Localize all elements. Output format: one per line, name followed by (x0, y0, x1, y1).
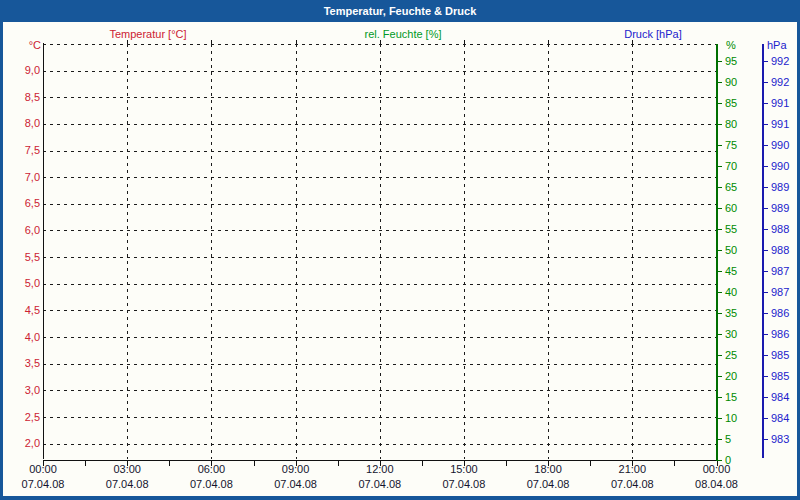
pressure-tick (763, 229, 768, 230)
x-top-tick (548, 40, 549, 44)
humidity-axis-label: 0 (725, 454, 731, 467)
x-time-label: 15:00 (434, 463, 494, 476)
temperature-axis-label: 5,5 (3, 251, 40, 264)
temperature-axis-label: 2,0 (3, 437, 40, 450)
left-axis-line (43, 43, 44, 460)
pressure-tick (763, 397, 768, 398)
window-title: Temperatur, Feuchte & Druck (324, 5, 477, 17)
pressure-axis-label: 991 (771, 97, 789, 110)
x-axis-tick (169, 461, 170, 466)
pressure-axis-label: 992 (771, 55, 789, 68)
temperature-axis-label: 6,5 (3, 197, 40, 210)
legend-humidity: rel. Feuchte [%] (318, 28, 488, 40)
pressure-tick (763, 271, 768, 272)
humidity-tick (717, 229, 722, 230)
x-date-label: 07.04.08 (13, 478, 73, 491)
humidity-axis-label: 50 (725, 244, 737, 257)
pressure-tick (763, 61, 768, 62)
pressure-unit-label: hPa (767, 39, 787, 51)
pressure-axis-label: 991 (771, 118, 789, 131)
humidity-axis-label: 45 (725, 265, 737, 278)
humidity-tick (717, 250, 722, 251)
humidity-tick (717, 334, 722, 335)
humidity-axis-label: 80 (725, 118, 737, 131)
humidity-axis-label: 20 (725, 370, 737, 383)
pressure-tick (763, 145, 768, 146)
pressure-tick (763, 292, 768, 293)
x-axis-tick (85, 461, 86, 466)
humidity-tick (717, 187, 722, 188)
temperature-axis-label: 6,0 (3, 224, 40, 237)
pressure-tick (763, 82, 768, 83)
humidity-tick (717, 166, 722, 167)
humidity-axis-line (716, 44, 718, 461)
x-axis-tick (506, 461, 507, 466)
x-axis-tick (674, 461, 675, 466)
humidity-axis-label: 10 (725, 412, 737, 425)
temperature-axis-label: 7,5 (3, 144, 40, 157)
x-top-tick (296, 40, 297, 44)
temperature-axis-label: 8,0 (3, 117, 40, 130)
humidity-tick (717, 103, 722, 104)
humidity-axis-label: 30 (725, 328, 737, 341)
legend-temperature: Temperatur [°C] (63, 28, 233, 40)
pressure-axis-label: 983 (771, 433, 789, 446)
v-gridline (296, 44, 297, 460)
pressure-axis-label: 988 (771, 223, 789, 236)
pressure-tick (763, 439, 768, 440)
temperature-axis-label: 5,0 (3, 277, 40, 290)
humidity-axis-label: 15 (725, 391, 737, 404)
x-top-tick (211, 40, 212, 44)
humidity-tick (717, 124, 722, 125)
humidity-tick (717, 82, 722, 83)
humidity-tick (717, 376, 722, 377)
x-axis-tick (254, 461, 255, 466)
x-time-label: 06:00 (181, 463, 241, 476)
humidity-tick (717, 418, 722, 419)
x-date-label: 07.04.08 (181, 478, 241, 491)
x-time-label: 21:00 (602, 463, 662, 476)
temperature-axis-label: 3,5 (3, 357, 40, 370)
humidity-tick (717, 397, 722, 398)
x-time-label: 00:00 (687, 463, 747, 476)
pressure-axis-label: 986 (771, 307, 789, 320)
pressure-tick (763, 334, 768, 335)
humidity-axis-label: 35 (725, 307, 737, 320)
pressure-tick (763, 376, 768, 377)
v-gridline (127, 44, 128, 460)
pressure-axis-label: 984 (771, 412, 789, 425)
humidity-tick (717, 292, 722, 293)
pressure-axis-label: 987 (771, 286, 789, 299)
x-time-label: 03:00 (97, 463, 157, 476)
pressure-tick (763, 418, 768, 419)
humidity-tick (717, 145, 722, 146)
humidity-axis-label: 25 (725, 349, 737, 362)
humidity-axis-label: 75 (725, 139, 737, 152)
x-top-tick (380, 40, 381, 44)
legend-pressure: Druck [hPa] (568, 28, 738, 40)
x-date-label: 07.04.08 (97, 478, 157, 491)
temperature-axis-label: 2,5 (3, 411, 40, 424)
pressure-axis-label: 986 (771, 328, 789, 341)
x-date-label: 07.04.08 (266, 478, 326, 491)
v-gridline (548, 44, 549, 460)
x-date-label: 08.04.08 (687, 478, 747, 491)
pressure-axis-label: 985 (771, 370, 789, 383)
x-axis-tick (338, 461, 339, 466)
humidity-tick (717, 460, 722, 461)
x-time-label: 00:00 (13, 463, 73, 476)
humidity-axis-label: 85 (725, 97, 737, 110)
pressure-axis-label: 987 (771, 265, 789, 278)
pressure-tick (763, 187, 768, 188)
window-titlebar: Temperatur, Feuchte & Druck (0, 0, 800, 22)
x-top-tick (632, 40, 633, 44)
humidity-unit-label: % (726, 39, 736, 51)
v-gridline (380, 44, 381, 460)
temperature-unit-label: °C (3, 39, 41, 51)
temperature-axis-label: 9,0 (3, 64, 40, 77)
pressure-axis-label: 985 (771, 349, 789, 362)
pressure-tick (763, 355, 768, 356)
pressure-tick (763, 166, 768, 167)
humidity-axis-label: 65 (725, 181, 737, 194)
temperature-axis-label: 8,5 (3, 91, 40, 104)
